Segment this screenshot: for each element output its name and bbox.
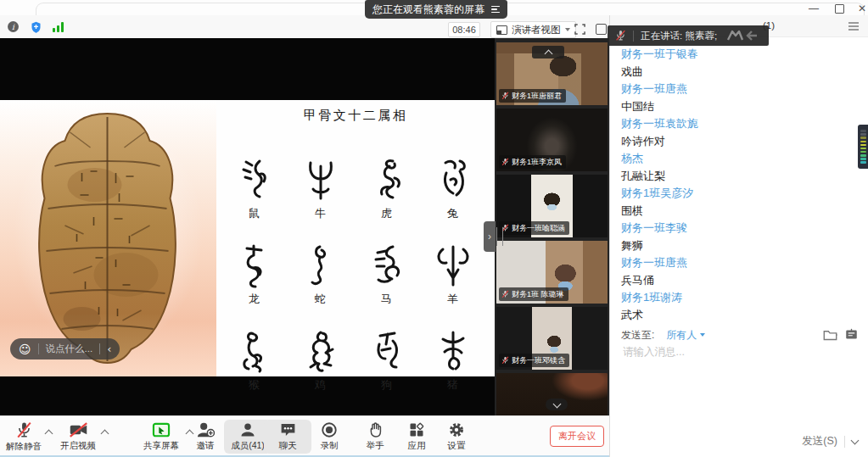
video-options-chevron[interactable] (100, 428, 109, 437)
video-thumbnail[interactable]: 财务一班喻聪涵 (496, 175, 608, 237)
participant-name: 财务1班唐丽君 (512, 91, 562, 102)
close-button[interactable]: ✕ (853, 3, 868, 14)
emoji-icon[interactable]: ☺ (19, 343, 31, 356)
send-divider (844, 436, 845, 448)
muted-mic-icon (501, 356, 509, 365)
zodiac-cell-rabbit: 兔 (420, 136, 486, 221)
window-layout-icon[interactable] (596, 24, 607, 35)
video-thumbnail[interactable]: 财务一班邓镁含 (496, 307, 608, 370)
bubble-divider (38, 343, 39, 354)
chat-message: 中国结 (621, 98, 861, 116)
raise-hand-button[interactable]: 举手 (351, 420, 399, 454)
zodiac-label: 龙 (249, 292, 260, 307)
toolbar-label: 聊天 (279, 440, 297, 452)
app-logo-icon (725, 29, 761, 42)
say-something-input[interactable]: 说点什么... (46, 343, 93, 355)
leave-meeting-button[interactable]: 离开会议 (550, 426, 604, 447)
volume-meter-widget[interactable] (858, 125, 868, 169)
settings-gear-icon (448, 421, 465, 438)
zodiac-label: 羊 (447, 292, 459, 307)
chat-message: 武术 (621, 307, 861, 325)
slide-title: 甲骨文十二属相 (216, 100, 495, 124)
bubble-divider (99, 343, 100, 354)
overlay-divider (633, 31, 634, 42)
zodiac-cell-ox: 牛 (288, 136, 354, 221)
toolbar-label: 成员(41) (231, 440, 265, 452)
share-screen-button[interactable]: 共享屏幕 (137, 420, 185, 454)
speaking-now-text: 正在讲话: 熊素蓉; (641, 30, 717, 42)
strip-scroll-down-button[interactable] (546, 398, 568, 410)
share-screen-icon (152, 422, 171, 438)
participant-name: 财务一班邓镁含 (512, 355, 565, 366)
apps-icon (408, 421, 425, 438)
chat-message: 兵马俑 (621, 272, 861, 290)
bubble-collapse-icon[interactable]: ‹ (107, 343, 111, 355)
oracle-glyph-monkey-icon (236, 328, 273, 376)
chat-message: 戏曲 (621, 64, 861, 81)
chat-message-list: 财务一班于银春 戏曲 财务一班唐燕 中国结 财务一班袁歆旎 吟诗作对 杨杰 孔融… (621, 46, 861, 324)
participant-name-badge: 财务一班邓镁含 (499, 354, 569, 367)
toolbar-label: 开启视频 (60, 440, 96, 452)
members-icon (239, 421, 256, 438)
participant-name: 财务一班喻聪涵 (512, 223, 565, 234)
send-options-chevron[interactable] (851, 437, 860, 445)
banner-list-icon[interactable] (491, 6, 500, 14)
chat-message-input[interactable] (621, 345, 858, 359)
fullscreen-icon[interactable] (574, 24, 585, 35)
toolbar-label: 应用 (408, 440, 426, 452)
view-mode-button[interactable]: 演讲者视图 (490, 21, 576, 38)
participant-video-strip: 财务1班唐丽君 财务1班李京凤 财务一班喻聪涵 财务1班 陈璐琳 财务一班邓镁含 (495, 38, 609, 415)
start-video-button[interactable]: 开启视频 (54, 420, 102, 454)
chat-sender: 财务一班唐燕 (621, 81, 861, 98)
video-thumbnail[interactable]: 财务1班李京凤 (496, 109, 608, 171)
zodiac-cell-monkey: 猴 (221, 307, 288, 393)
folder-icon[interactable] (823, 329, 837, 341)
speaking-now-overlay: 正在讲话: 熊素蓉; (608, 25, 769, 46)
strip-collapse-button[interactable] (532, 46, 564, 59)
mic-options-chevron[interactable] (44, 428, 53, 437)
security-shield-icon[interactable] (30, 20, 42, 34)
raise-hand-icon (367, 421, 384, 438)
zodiac-cell-tiger: 虎 (354, 136, 420, 221)
send-to-label: 发送至: (621, 328, 654, 343)
oracle-glyph-rooster-icon (302, 328, 339, 376)
muted-mic-icon (501, 92, 509, 100)
chat-button[interactable]: 聊天 (264, 420, 311, 454)
zodiac-label: 牛 (315, 206, 327, 221)
chat-panel: (1) 财务一班于银春 戏曲 财务一班唐燕 中国结 财务一班袁歆旎 吟诗作对 杨… (609, 15, 868, 457)
settings-button[interactable]: 设置 (433, 420, 480, 454)
record-icon (321, 421, 338, 438)
meeting-info-icon[interactable]: i (8, 21, 19, 32)
view-mode-caret-icon (565, 28, 570, 31)
send-to-dropdown[interactable]: 所有人 (666, 328, 705, 343)
zodiac-label: 猪 (447, 377, 459, 393)
record-button[interactable]: 录制 (305, 420, 353, 454)
view-mode-label: 演讲者视图 (512, 24, 561, 36)
toolbar-label: 解除静音 (6, 441, 42, 453)
announcement-board-icon[interactable] (845, 328, 858, 341)
chat-sender: 财务1班吴彦汐 (621, 185, 861, 203)
zodiac-cell-pig: 猪 (420, 307, 486, 393)
strip-grip-icon (496, 227, 503, 246)
hamburger-menu-icon[interactable] (848, 22, 859, 31)
unmute-button[interactable]: 解除静音 (0, 420, 48, 454)
say-something-bubble[interactable]: ☺ 说点什么... ‹ (10, 338, 120, 359)
chat-message: 舞狮 (621, 237, 861, 255)
strip-expand-handle[interactable]: › (484, 221, 496, 252)
restore-button[interactable] (830, 3, 848, 14)
send-button[interactable]: 发送(S) (802, 434, 837, 449)
zodiac-grid: 鼠 牛 虎 兔 龙 蛇 马 羊 猴 鸡 狗 猪 (216, 124, 495, 393)
toolbar-label: 共享屏幕 (143, 440, 179, 452)
minimize-button[interactable]: — (804, 3, 823, 14)
oracle-turtle-panel (0, 100, 216, 376)
meeting-timer: 08:46 (448, 22, 480, 37)
zodiac-cell-snake: 蛇 (288, 221, 354, 307)
toolbar-label: 录制 (321, 440, 339, 452)
invite-button[interactable]: 邀请 (182, 420, 229, 454)
muted-mic-icon (615, 30, 626, 42)
oracle-glyph-horse-icon (368, 242, 406, 290)
network-signal-icon[interactable] (53, 22, 64, 32)
chat-sender: 财务1班谢涛 (621, 289, 861, 307)
oracle-glyph-tiger-icon (368, 157, 406, 204)
video-thumbnail[interactable]: 财务1班 陈璐琳 (496, 241, 608, 304)
